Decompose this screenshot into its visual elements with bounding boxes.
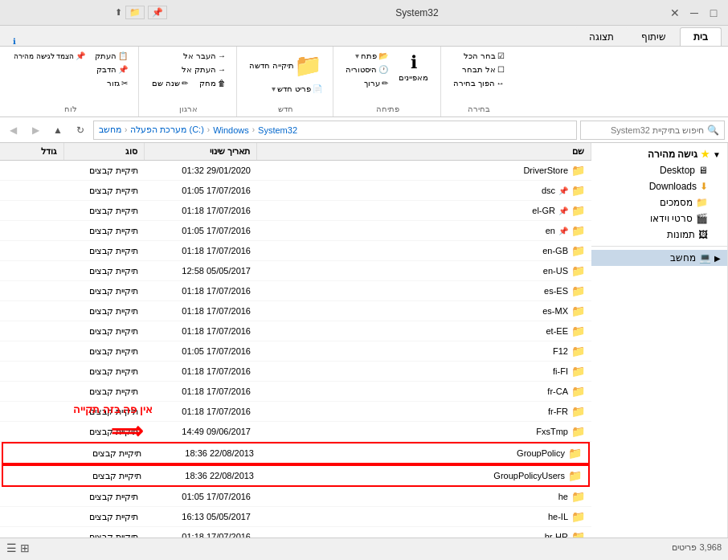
maximize-button[interactable]: □ bbox=[706, 5, 722, 21]
table-row[interactable]: 📁 fr-FR 17/07/2016 01:18 תיקיית קבצים bbox=[0, 402, 591, 422]
file-type: תיקיית קבצים bbox=[64, 365, 145, 378]
window-controls: ✕ ─ □ bbox=[667, 5, 722, 21]
table-row[interactable]: 📁 en-GB 17/07/2016 01:18 תיקיית קבצים bbox=[0, 241, 591, 261]
table-row[interactable]: 📁 GroupPolicyUsers 22/08/2013 18:36 תיקי… bbox=[2, 464, 590, 487]
search-box: 🔍 bbox=[580, 121, 725, 140]
nav-downloads[interactable]: ⬇ Downloads bbox=[591, 178, 727, 194]
col-header-date[interactable]: תאריך שינוי bbox=[145, 143, 257, 160]
nav-desktop[interactable]: 🖥 Desktop bbox=[591, 162, 727, 178]
file-date: 22/08/2013 18:36 bbox=[148, 447, 260, 460]
rename-btn[interactable]: ✏ שנה שם bbox=[148, 77, 192, 89]
file-type: תיקיית קבצים bbox=[64, 325, 145, 338]
file-date: 17/07/2016 01:18 bbox=[145, 365, 257, 378]
ribbon-group-organize: → העבר אל → העתק אל 🗑 מחק ✏ שנה שם bbox=[141, 47, 237, 116]
copy-btn[interactable]: 📋 העתק bbox=[91, 50, 132, 62]
table-row[interactable]: 📁 fr-CA 17/07/2016 01:18 תיקיית קבצים bbox=[0, 382, 591, 402]
tab-share[interactable]: שיתוף bbox=[628, 27, 680, 46]
close-button[interactable]: ✕ bbox=[667, 5, 683, 21]
breadcrumb-computer[interactable]: מחשב bbox=[99, 125, 121, 135]
breadcrumb-windows[interactable]: Windows bbox=[213, 125, 249, 135]
file-name: fi-FI bbox=[553, 366, 568, 376]
refresh-button[interactable]: ↻ bbox=[71, 121, 90, 140]
videos-icon: 🎬 bbox=[696, 213, 708, 224]
folder-icon: 📁 bbox=[571, 385, 585, 398]
tab-home[interactable]: בית bbox=[680, 27, 722, 46]
minimize-button[interactable]: ─ bbox=[686, 5, 702, 21]
file-type: תיקיית קבצים bbox=[64, 530, 145, 538]
nav-documents[interactable]: 📁 מסמכים bbox=[591, 194, 727, 211]
col-header-name[interactable]: שם bbox=[257, 143, 591, 160]
file-date: 09/06/2017 14:49 bbox=[145, 425, 257, 438]
nav-pictures[interactable]: 🖼 תמונות bbox=[591, 227, 727, 243]
back-button[interactable]: ◀ bbox=[3, 121, 22, 140]
file-date: 17/07/2016 01:18 bbox=[145, 305, 257, 317]
table-row[interactable]: 📁 FxsTmp 09/06/2017 14:49 תיקיית קבצים bbox=[0, 422, 591, 442]
table-row[interactable]: 📁 F12 17/07/2016 01:05 תיקיית קבצים bbox=[0, 341, 591, 362]
nav-computer[interactable]: ▶ 💻 מחשב bbox=[591, 250, 727, 266]
table-row[interactable]: 📁 es-MX 17/07/2016 01:18 תיקיית קבצים bbox=[0, 301, 591, 321]
ribbon-group-new: 📁 תיקייה חדשה 📄 פריט חדש ▾ חדש bbox=[239, 47, 333, 116]
search-input[interactable] bbox=[586, 125, 704, 135]
history-btn[interactable]: 🕐 היסטוריה bbox=[342, 63, 392, 76]
file-name: fr-CA bbox=[547, 386, 568, 396]
file-name: es-MX bbox=[542, 306, 568, 316]
pin-titlebar-icon: 📌 bbox=[148, 6, 167, 19]
table-row[interactable]: 📁 📌 dsc 17/07/2016 01:05 תיקיית קבצים bbox=[0, 181, 591, 201]
file-size bbox=[0, 289, 64, 292]
pin-icon: 📌 bbox=[76, 51, 85, 60]
help-icon[interactable]: ℹ bbox=[13, 37, 16, 46]
paste-btn[interactable]: 📌 הדבק bbox=[91, 63, 132, 76]
properties-btn[interactable]: ℹ מאפיינים bbox=[394, 50, 434, 89]
folder-icon: 📁 bbox=[571, 510, 585, 523]
invertsel-btn[interactable]: ↔ הפוך בחירה bbox=[449, 77, 509, 89]
table-row[interactable]: 📁 et-EE 17/07/2016 01:18 תיקיית קבצים bbox=[0, 321, 591, 341]
pin-btn[interactable]: 📌 הצמד לגישה מהירה bbox=[10, 50, 89, 62]
nav-videos[interactable]: 🎬 סרטי וידאו bbox=[591, 211, 727, 227]
file-type: תיקיית קבצים bbox=[64, 345, 145, 358]
moveto-btn[interactable]: → העבר אל bbox=[147, 50, 230, 62]
breadcrumb-drive[interactable]: מערכת הפעלה (C:) bbox=[130, 125, 203, 135]
cut-btn[interactable]: ✂ גזור bbox=[91, 77, 132, 89]
detail-view-icon[interactable]: ⊞ bbox=[20, 542, 30, 554]
col-header-type[interactable]: סוג bbox=[64, 143, 145, 160]
table-row[interactable]: 📁 📌 en 17/07/2016 01:05 תיקיית קבצים bbox=[0, 221, 591, 241]
table-row[interactable]: 📁 DriverStore 29/01/2020 01:32 תיקיית קב… bbox=[0, 161, 591, 181]
file-date: 17/07/2016 01:18 bbox=[145, 405, 257, 418]
selectnone-btn[interactable]: ☐ אל תבחר bbox=[449, 63, 509, 76]
file-name: GroupPolicyUsers bbox=[493, 471, 565, 480]
delete-btn[interactable]: 🗑 מחק bbox=[195, 77, 230, 89]
file-list-header: שם תאריך שינוי סוג גודל bbox=[0, 143, 591, 161]
file-date: 05/05/2017 16:13 bbox=[145, 510, 257, 523]
table-row[interactable]: 📁 GroupPolicy 22/08/2013 18:36 תיקיית קב… bbox=[2, 442, 590, 464]
table-row[interactable]: 📁 hr-HR 17/07/2016 01:18 תיקיית קבצים bbox=[0, 527, 591, 538]
col-header-size[interactable]: גודל bbox=[0, 143, 64, 160]
selectall-btn[interactable]: ☑ בחר הכל bbox=[449, 50, 509, 62]
table-row[interactable]: 📁 es-ES 17/07/2016 01:18 תיקיית קבצים bbox=[0, 281, 591, 301]
folder-icon: 📁 bbox=[571, 345, 585, 358]
folder-icon: 📁 bbox=[571, 490, 585, 503]
open-btn[interactable]: 📂 פתח ▾ bbox=[342, 50, 392, 62]
forward-button[interactable]: ▶ bbox=[26, 121, 45, 140]
newfolder-icon: 📁 bbox=[294, 52, 322, 79]
file-size bbox=[3, 474, 67, 477]
tab-view[interactable]: תצוגה bbox=[575, 27, 628, 46]
breadcrumb-system32[interactable]: System32 bbox=[258, 125, 297, 135]
list-view-icon[interactable]: ☰ bbox=[6, 542, 17, 554]
file-type: תיקיית קבצים bbox=[64, 224, 145, 238]
table-row[interactable]: 📁 fi-FI 17/07/2016 01:18 תיקיית קבצים bbox=[0, 362, 591, 382]
up-button[interactable]: ▲ bbox=[48, 121, 67, 140]
newfolder-btn[interactable]: 📁 תיקייה חדשה bbox=[245, 50, 326, 81]
view-controls: ☰ ⊞ bbox=[6, 542, 30, 554]
table-row[interactable]: 📁 en-US 05/05/2017 12:58 תיקיית קבצים bbox=[0, 261, 591, 281]
nav-quick-access[interactable]: ▼ ★ גישה מהירה bbox=[591, 146, 727, 162]
newitem-btn[interactable]: 📄 פריט חדש ▾ bbox=[245, 83, 326, 95]
file-size bbox=[0, 309, 64, 313]
desktop-icon: 🖥 bbox=[698, 165, 708, 176]
table-row[interactable]: 📁 📌 el-GR 17/07/2016 01:18 תיקיית קבצים bbox=[0, 201, 591, 221]
copyto-btn[interactable]: → העתק אל bbox=[147, 63, 230, 76]
edit-btn[interactable]: ✏ ערוך bbox=[342, 77, 392, 89]
table-row[interactable]: 📁 he 17/07/2016 01:05 תיקיית קבצים bbox=[0, 487, 591, 507]
file-name: en-US bbox=[543, 266, 568, 276]
table-row[interactable]: 📁 he-IL 05/05/2017 16:13 תיקיית קבצים bbox=[0, 507, 591, 527]
folder-icon: 📁 bbox=[571, 530, 585, 538]
